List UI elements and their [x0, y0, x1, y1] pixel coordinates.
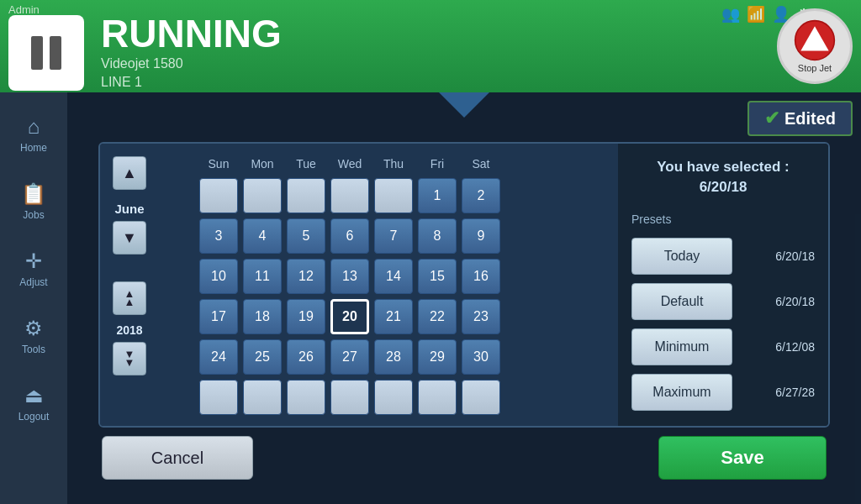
calendar-cell: 3: [197, 216, 240, 256]
calendar-cell: 24: [197, 337, 240, 377]
calendar-day-empty: [287, 380, 325, 415]
calendar-cell: [415, 377, 459, 417]
edited-badge: ✔ Edited: [747, 101, 853, 136]
calendar-cell: 26: [284, 337, 328, 377]
save-button[interactable]: Save: [658, 436, 827, 480]
calendar-cell: 25: [240, 337, 284, 377]
selected-date: 6/20/18: [700, 179, 747, 195]
presets-title: Presets: [631, 213, 815, 226]
calendar-cell: [197, 176, 240, 216]
preset-default-button[interactable]: Default: [631, 283, 732, 320]
cancel-button[interactable]: Cancel: [102, 436, 253, 480]
calendar-cell: 22: [415, 297, 459, 337]
calendar-day-20[interactable]: 20: [330, 299, 369, 334]
top-bar: Admin 👥 📶 👤 ⚙ RUNNING Videojet 1580 LINE…: [0, 0, 861, 92]
calendar-day-22[interactable]: 22: [418, 299, 457, 334]
sidebar-item-jobs[interactable]: 📋 Jobs: [0, 168, 67, 235]
calendar-day-27[interactable]: 27: [330, 339, 369, 375]
calendar-cell: 4: [240, 216, 284, 256]
main-area: ⌂ Home 📋 Jobs ✛ Adjust ⚙ Tools ⏏ Logout …: [0, 92, 861, 504]
header-sun: Sun: [197, 152, 240, 176]
calendar-day-2[interactable]: 2: [462, 178, 500, 213]
calendar-cell: [240, 377, 284, 417]
prev-year-button[interactable]: ▲▲: [113, 281, 146, 315]
calendar-cell: [240, 176, 284, 216]
calendar-day-empty: [418, 380, 457, 415]
calendar-day-14[interactable]: 14: [374, 259, 413, 294]
calendar-nav: ▲ June ▼ ▲▲ 2018 ▼▼: [108, 152, 151, 417]
calendar-day-5[interactable]: 5: [287, 218, 325, 254]
calendar-cell: [284, 176, 328, 216]
calendar-day-17[interactable]: 17: [199, 299, 238, 334]
preset-maximum-button[interactable]: Maximum: [631, 374, 732, 411]
sidebar-item-adjust[interactable]: ✛ Adjust: [0, 235, 67, 302]
calendar-day-23[interactable]: 23: [462, 299, 500, 334]
calendar-cell: [372, 377, 415, 417]
sidebar-item-adjust-label: Adjust: [19, 276, 47, 288]
calendar-cell: 8: [415, 216, 459, 256]
calendar-cell: [328, 377, 372, 417]
calendar-day-1[interactable]: 1: [418, 178, 457, 213]
sidebar-item-tools[interactable]: ⚙ Tools: [0, 302, 67, 370]
calendar-day-29[interactable]: 29: [418, 339, 457, 375]
calendar-day-6[interactable]: 6: [330, 218, 369, 254]
calendar-day-18[interactable]: 18: [243, 299, 282, 334]
calendar-week-2: 10111213141516: [197, 256, 503, 297]
calendar-day-28[interactable]: 28: [374, 339, 413, 375]
stop-jet-button[interactable]: Stop Jet: [777, 8, 853, 84]
calendar-day-11[interactable]: 11: [243, 259, 282, 294]
calendar-day-4[interactable]: 4: [243, 218, 282, 254]
calendar-cell: [372, 176, 415, 216]
pause-button[interactable]: [8, 15, 84, 91]
preset-row-maximum: Maximum 6/27/28: [631, 374, 815, 411]
calendar-cell: 14: [372, 256, 415, 297]
calendar-week-1: 3456789: [197, 216, 503, 256]
preset-minimum-button[interactable]: Minimum: [631, 328, 732, 365]
calendar-cell: 17: [197, 297, 240, 337]
calendar-cell: 12: [284, 256, 328, 297]
calendar-day-empty: [374, 380, 413, 415]
calendar-day-13[interactable]: 13: [330, 259, 369, 294]
calendar-day-26[interactable]: 26: [287, 339, 325, 375]
calendar-day-16[interactable]: 16: [462, 259, 500, 294]
calendar-table: Sun Mon Tue Wed Thu Fri Sat 123: [197, 152, 503, 417]
prev-month-button[interactable]: ▲: [113, 156, 146, 190]
pause-icon: [31, 36, 61, 70]
calendar-day-empty: [243, 380, 282, 415]
preset-today-button[interactable]: Today: [631, 238, 732, 275]
preset-maximum-date: 6/27/28: [775, 386, 815, 399]
preset-row-default: Default 6/20/18: [631, 283, 815, 320]
running-info: RUNNING Videojet 1580 LINE 1: [101, 14, 282, 90]
adjust-icon: ✛: [25, 249, 42, 273]
calendar-day-empty: [462, 380, 500, 415]
calendar-day-10[interactable]: 10: [199, 259, 238, 294]
header-fri: Fri: [415, 152, 459, 176]
header-wed: Wed: [328, 152, 372, 176]
calendar-cell: 27: [328, 337, 372, 377]
sidebar-item-logout[interactable]: ⏏ Logout: [0, 370, 67, 437]
header-thu: Thu: [372, 152, 415, 176]
device-name: Videojet 1580: [101, 56, 282, 71]
calendar-day-7[interactable]: 7: [374, 218, 413, 254]
calendar-cell: 10: [197, 256, 240, 297]
calendar-day-25[interactable]: 25: [243, 339, 282, 375]
calendar-day-30[interactable]: 30: [462, 339, 500, 375]
calendar-day-8[interactable]: 8: [418, 218, 457, 254]
calendar-day-empty: [330, 178, 369, 213]
calendar-day-9[interactable]: 9: [462, 218, 500, 254]
calendar-cell: 13: [328, 256, 372, 297]
calendar-day-12[interactable]: 12: [287, 259, 325, 294]
calendar-week-5: [197, 377, 503, 417]
calendar-day-21[interactable]: 21: [374, 299, 413, 334]
calendar-day-24[interactable]: 24: [199, 339, 238, 375]
calendar-body: 1234567891011121314151617181920212223242…: [197, 176, 503, 417]
preset-default-date: 6/20/18: [775, 295, 815, 308]
sidebar-item-home[interactable]: ⌂ Home: [0, 101, 67, 168]
calendar-day-15[interactable]: 15: [418, 259, 457, 294]
next-year-button[interactable]: ▼▼: [113, 342, 146, 375]
next-month-button[interactable]: ▼: [113, 221, 146, 255]
calendar-day-19[interactable]: 19: [287, 299, 325, 334]
calendar-day-3[interactable]: 3: [199, 218, 238, 254]
edited-check-icon: ✔: [764, 108, 779, 129]
calendar-day-empty: [330, 380, 369, 415]
